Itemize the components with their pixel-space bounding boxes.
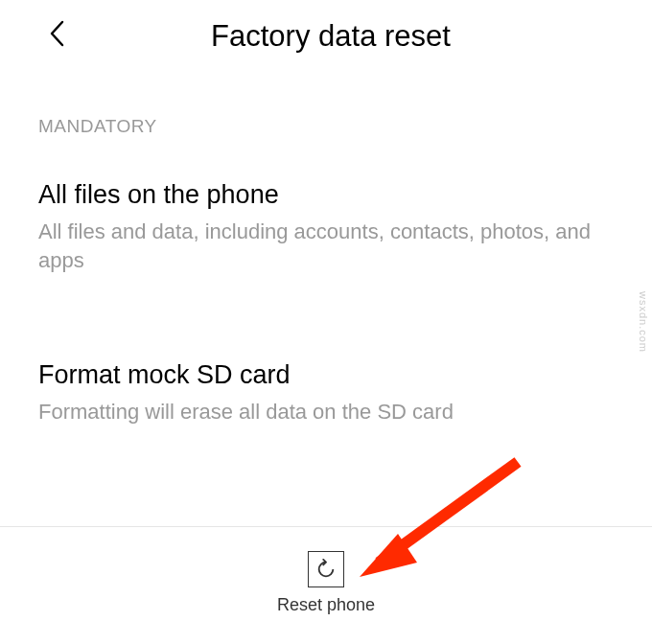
page-title: Factory data reset xyxy=(48,19,614,54)
chevron-left-icon xyxy=(48,19,65,48)
item-description: All files and data, including accounts, … xyxy=(38,218,614,274)
reset-phone-button[interactable]: Reset phone xyxy=(277,551,375,615)
reset-label: Reset phone xyxy=(277,595,375,615)
footer-bar: Reset phone xyxy=(0,526,652,644)
list-item-all-files[interactable]: All files on the phone All files and dat… xyxy=(0,156,652,298)
reset-icon xyxy=(308,551,344,587)
watermark: wsxdn.com xyxy=(638,291,649,353)
header-bar: Factory data reset xyxy=(0,0,652,82)
list-item-format-sd[interactable]: Format mock SD card Formatting will eras… xyxy=(0,336,652,450)
section-header-mandatory: MANDATORY xyxy=(0,82,652,156)
item-title: All files on the phone xyxy=(38,180,614,210)
back-button[interactable] xyxy=(48,16,65,57)
item-title: Format mock SD card xyxy=(38,360,614,390)
item-description: Formatting will erase all data on the SD… xyxy=(38,398,614,426)
